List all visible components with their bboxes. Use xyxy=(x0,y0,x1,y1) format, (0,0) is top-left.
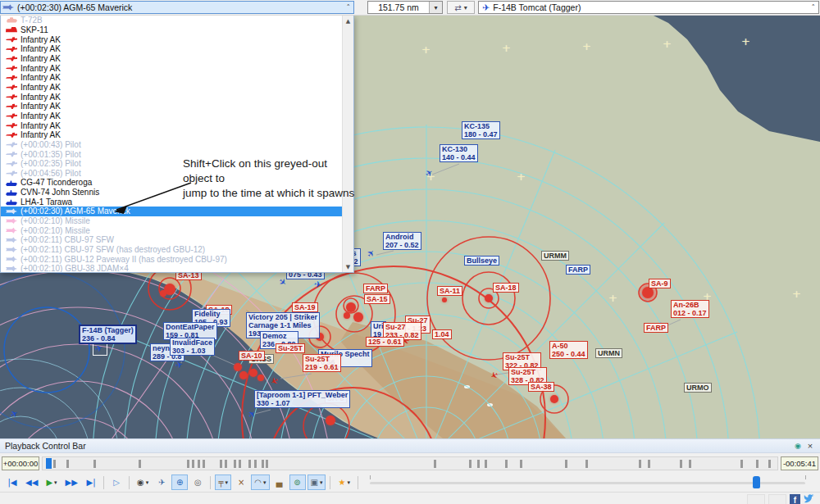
map-unit-label[interactable]: FARP xyxy=(363,284,388,293)
map-unit-label[interactable]: URMM xyxy=(541,251,569,261)
object-list-item[interactable]: (+00:02:10) GBU-38 JDAM×4 xyxy=(1,264,343,272)
map-unit-label[interactable]: Su-25T xyxy=(276,343,305,353)
object-list-item[interactable]: SKP-11 xyxy=(1,25,343,35)
jump-to-start-button[interactable]: |◀ xyxy=(4,474,20,490)
ground-unit-dot[interactable] xyxy=(353,312,363,322)
object-label: (+00:02:10) Missile xyxy=(20,226,90,235)
slider-track[interactable] xyxy=(370,482,805,484)
swap-selection-button[interactable]: ⇄ ▾ xyxy=(447,1,475,14)
playback-title-bar[interactable]: Playback Control Bar ◉ × xyxy=(0,439,820,453)
twitter-icon[interactable] xyxy=(804,494,815,504)
close-icon[interactable]: × xyxy=(804,441,817,451)
globe-view-button[interactable]: ⊕ xyxy=(171,474,188,490)
timeline-track[interactable] xyxy=(42,456,778,470)
map-unit-label[interactable]: Android207 - 0.52 xyxy=(383,232,421,250)
object-list-item[interactable]: Infantry AK xyxy=(1,73,343,83)
object-list-item[interactable]: Infantry AK xyxy=(1,92,343,102)
map-unit-label[interactable]: SA-38 xyxy=(528,382,554,392)
bookmark-button[interactable]: ★▾ xyxy=(335,474,353,490)
binoculars-button[interactable]: ◎ xyxy=(189,474,206,490)
timeline-cursor[interactable] xyxy=(46,458,52,469)
ground-unit-dot[interactable] xyxy=(160,290,166,297)
map-unit-label[interactable]: SA-10 xyxy=(239,351,265,361)
object-list-item[interactable]: (+00:02:10) Missile xyxy=(1,225,343,235)
object-list-item[interactable]: Infantry AK xyxy=(1,34,343,44)
video-export-button[interactable]: ▣▾ xyxy=(308,474,326,490)
map-unit-label[interactable]: InvalidFace303 - 1.03 xyxy=(170,338,215,356)
object-list-item[interactable]: Infantry AK xyxy=(1,44,343,54)
tracked-object-combobox[interactable]: ✈ F-14B Tomcat (Tagger) ˄ xyxy=(478,1,819,14)
ground-unit-dot[interactable] xyxy=(642,287,654,298)
pin-icon[interactable]: ◉ xyxy=(792,442,804,450)
telemetry-panel-button[interactable]: ╤▾ xyxy=(215,474,231,490)
map-unit-label[interactable]: SA-15 xyxy=(364,294,390,304)
ground-unit-dot[interactable] xyxy=(239,371,248,379)
list-scrollbar[interactable]: ▲ ▼ xyxy=(342,16,353,272)
radar-view-icon: ◠ xyxy=(254,479,262,487)
slider-thumb[interactable] xyxy=(753,476,760,488)
step-forward-button[interactable]: ▷ xyxy=(108,474,125,490)
map-unit-label[interactable]: FARP xyxy=(644,323,668,333)
scroll-down-icon[interactable]: ▼ xyxy=(343,261,353,272)
ground-unit-dot[interactable] xyxy=(257,375,264,381)
chevron-down-icon[interactable]: ▾ xyxy=(429,2,442,13)
map-unit-label[interactable]: A-50250 - 0.44 xyxy=(549,341,588,359)
range-combobox[interactable]: 151.75 nm ▾ xyxy=(367,1,443,14)
radar-view-button[interactable]: ◠▾ xyxy=(251,474,269,490)
ground-unit-dot[interactable] xyxy=(249,369,257,377)
ground-unit-dot[interactable] xyxy=(485,294,493,302)
cockpit-camera-button[interactable]: ◉▾ xyxy=(134,474,152,490)
object-list-item[interactable]: Infantry AK xyxy=(1,111,343,121)
object-list-item[interactable]: Infantry AK xyxy=(1,102,343,111)
object-list-item[interactable]: Infantry AK xyxy=(1,130,343,140)
ground-unit-dot[interactable] xyxy=(326,415,335,425)
map-unit-label[interactable]: KC-130140 - 0.44 xyxy=(440,144,478,162)
fast-forward-button[interactable]: ▶▶ xyxy=(62,474,81,490)
object-list-item[interactable]: Infantry AK xyxy=(1,63,343,73)
ground-unit-dot[interactable] xyxy=(234,363,242,371)
object-list-item[interactable]: (+00:02:30) AGM-65 Maverick xyxy=(1,207,343,216)
map-unit-label[interactable]: Su-25T219 - 0.61 xyxy=(303,354,341,372)
map-unit-label[interactable]: [Taproom 1-1] PFT_Weber330 - 1.07 xyxy=(254,390,350,408)
ground-unit-dot[interactable] xyxy=(346,302,356,312)
scroll-up-icon[interactable]: ▲ xyxy=(343,16,353,26)
satellite-view-button[interactable]: ⊚ xyxy=(289,474,306,490)
object-label: SKP-11 xyxy=(20,25,48,34)
aircraft-icon[interactable]: ✈ xyxy=(313,279,322,289)
map-unit-label[interactable]: Bullseye xyxy=(464,256,499,266)
object-list-item[interactable]: T-72B xyxy=(1,16,343,25)
map-unit-label[interactable]: F-14B (Tagger)236 - 0.84 xyxy=(79,325,137,344)
ground-units-button[interactable]: ▄ xyxy=(271,474,288,490)
map-unit-label[interactable]: SA-9 xyxy=(649,279,671,288)
object-list-item[interactable]: Infantry AK xyxy=(1,83,343,93)
ground-unit-dot[interactable] xyxy=(344,312,350,319)
map-unit-label[interactable]: FARP xyxy=(566,265,590,275)
object-select-combobox[interactable]: (+00:02:30) AGM-65 Maverick ˄ xyxy=(0,1,354,14)
rewind-button[interactable]: ◀◀ xyxy=(22,474,41,490)
speed-slider[interactable] xyxy=(370,474,805,490)
map-unit-label[interactable]: 125 - 0.61 xyxy=(366,337,404,347)
object-list-item[interactable]: Infantry AK xyxy=(1,54,343,64)
map-unit-label[interactable]: SA-19 xyxy=(292,302,318,312)
map-unit-label[interactable]: URMN xyxy=(595,348,622,358)
rifle-icon xyxy=(6,131,17,138)
facebook-icon[interactable]: f xyxy=(790,494,800,504)
object-list-item[interactable]: (+00:02:11) CBU-97 SFW (has destroyed GB… xyxy=(1,245,343,255)
object-list-item[interactable]: (+00:02:11) GBU-12 Paveway II (has destr… xyxy=(1,254,343,264)
map-unit-label[interactable]: URMO xyxy=(684,383,712,393)
ground-unit-dot[interactable] xyxy=(442,297,447,302)
aircraft-view-button[interactable]: ✈ xyxy=(153,474,170,490)
map-unit-label[interactable]: 1.04 xyxy=(432,329,452,339)
map-unit-label[interactable]: KC-135180 - 0.47 xyxy=(462,121,500,139)
jump-to-end-button[interactable]: ▶| xyxy=(83,474,99,490)
play-button[interactable]: ▶▾ xyxy=(43,474,60,490)
object-list-item[interactable]: (+00:00:43) Pilot xyxy=(1,140,343,150)
ground-unit-dot[interactable] xyxy=(550,395,558,403)
map-unit-label[interactable]: SA-18 xyxy=(493,283,519,293)
map-unit-label[interactable]: An-26B012 - 0.17 xyxy=(671,300,709,318)
object-list-item[interactable]: (+00:02:11) CBU-97 SFW xyxy=(1,235,343,245)
object-list-item[interactable]: (+00:02:10) Missile xyxy=(1,216,343,226)
map-unit-label[interactable]: SA-11 xyxy=(437,286,462,296)
measure-tool-button[interactable]: × xyxy=(233,474,249,490)
object-list-item[interactable]: Infantry AK xyxy=(1,120,343,130)
